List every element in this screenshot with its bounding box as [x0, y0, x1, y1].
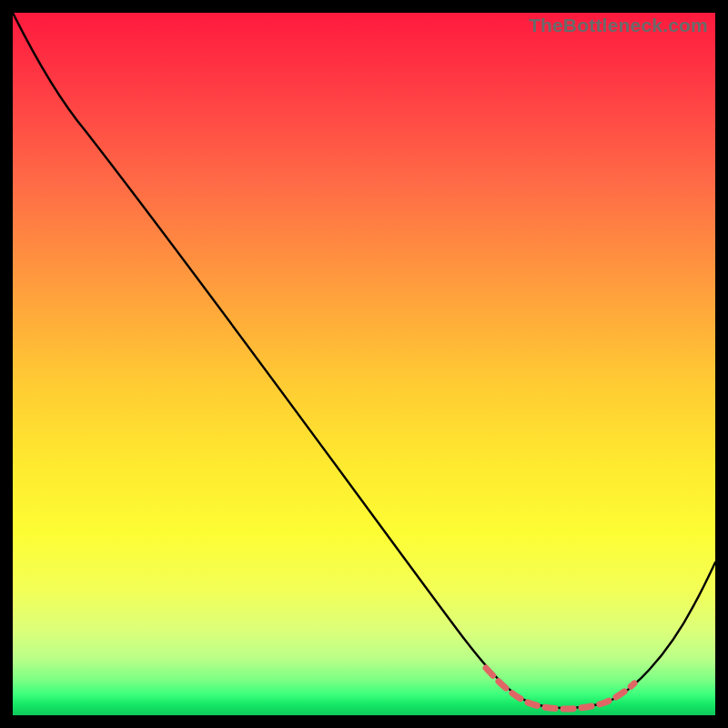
curve-highlight — [486, 668, 634, 709]
curve-main — [13, 13, 715, 708]
chart-frame: TheBottleneck.com — [13, 13, 715, 715]
bottleneck-curve — [13, 13, 715, 715]
